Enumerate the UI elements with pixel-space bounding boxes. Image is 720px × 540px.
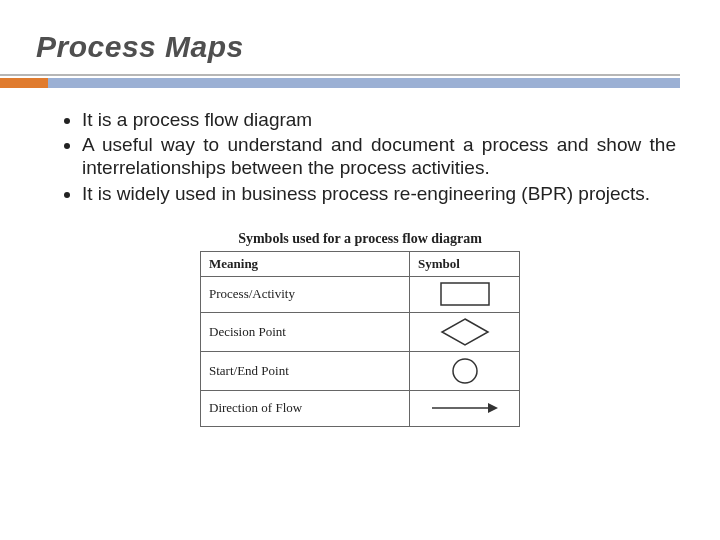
table-row: Process/Activity	[201, 276, 520, 312]
table-header-row: Meaning Symbol	[201, 251, 520, 276]
cell-meaning: Start/End Point	[201, 351, 410, 390]
table-row: Start/End Point	[201, 351, 520, 390]
rule-accent-block	[0, 78, 48, 88]
bullet-list: It is a process flow diagram A useful wa…	[36, 108, 684, 205]
diamond-icon	[440, 317, 490, 347]
svg-marker-1	[442, 319, 488, 345]
rule-band	[48, 78, 680, 88]
table-row: Decision Point	[201, 312, 520, 351]
circle-icon	[450, 356, 480, 386]
svg-marker-4	[488, 403, 498, 413]
slide: Process Maps It is a process flow diagra…	[0, 0, 720, 540]
bullet-item: It is a process flow diagram	[82, 108, 684, 131]
svg-point-2	[453, 359, 477, 383]
symbols-table-area: Symbols used for a process flow diagram …	[36, 231, 684, 427]
header-meaning: Meaning	[201, 251, 410, 276]
cell-symbol	[410, 390, 520, 426]
bullet-item: A useful way to understand and document …	[82, 133, 684, 179]
title-rule	[0, 72, 720, 90]
cell-meaning: Process/Activity	[201, 276, 410, 312]
symbols-table: Meaning Symbol Process/Activity Decision…	[200, 251, 520, 427]
page-title: Process Maps	[36, 30, 684, 64]
rectangle-icon	[440, 282, 490, 306]
header-symbol: Symbol	[410, 251, 520, 276]
table-row: Direction of Flow	[201, 390, 520, 426]
cell-symbol	[410, 312, 520, 351]
table-caption: Symbols used for a process flow diagram	[238, 231, 482, 247]
cell-meaning: Direction of Flow	[201, 390, 410, 426]
svg-rect-0	[441, 283, 489, 305]
rule-top-line	[0, 74, 680, 76]
cell-symbol	[410, 276, 520, 312]
cell-symbol	[410, 351, 520, 390]
bullet-item: It is widely used in business process re…	[82, 182, 684, 205]
cell-meaning: Decision Point	[201, 312, 410, 351]
arrow-icon	[430, 399, 500, 417]
